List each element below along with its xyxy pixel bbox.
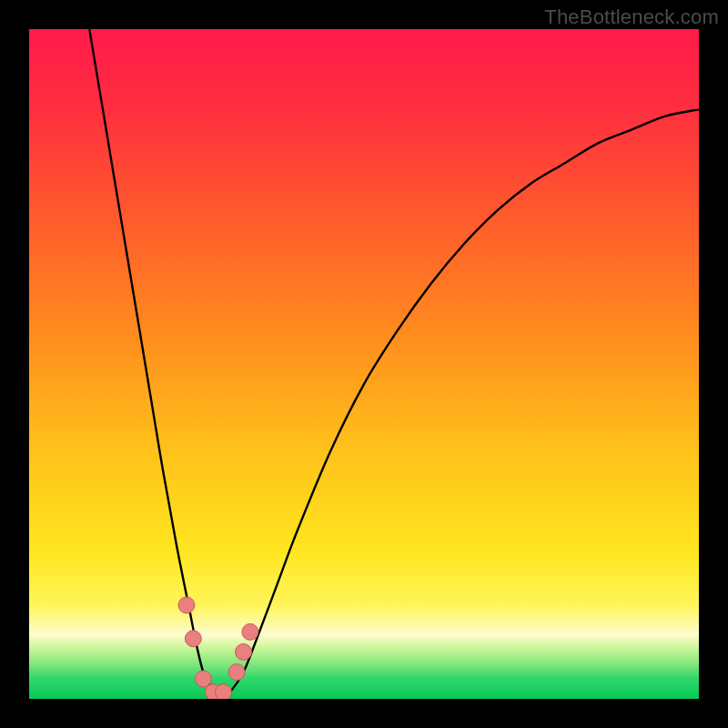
plot-area <box>29 29 699 699</box>
bottleneck-curve <box>29 29 699 699</box>
data-marker <box>236 643 252 660</box>
chart-frame: TheBottleneck.com <box>0 0 728 728</box>
data-marker <box>215 684 231 699</box>
data-marker <box>228 664 245 681</box>
data-marker <box>185 631 201 647</box>
watermark-text: TheBottleneck.com <box>544 5 719 29</box>
data-marker <box>178 597 195 613</box>
data-marker <box>242 623 258 640</box>
data-marker <box>195 671 211 687</box>
